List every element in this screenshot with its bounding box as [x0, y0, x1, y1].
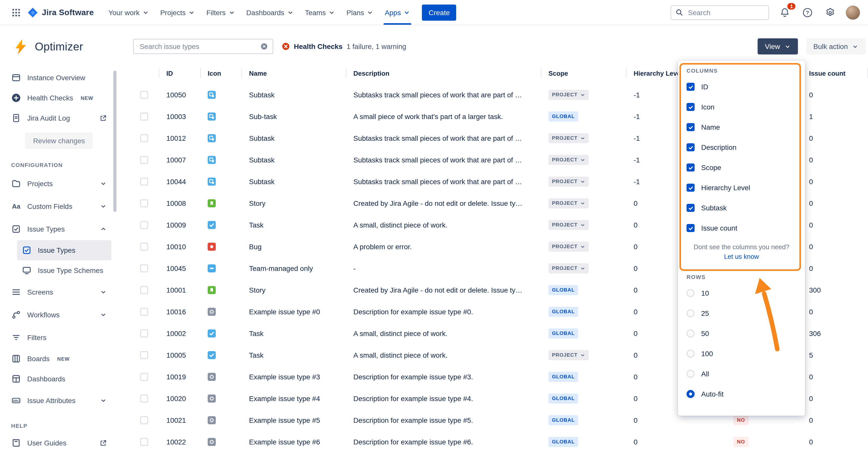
rows-option-auto-fit[interactable]: Auto-fit	[678, 384, 805, 404]
view-button[interactable]: View	[758, 38, 798, 55]
radio-unselected[interactable]	[686, 309, 694, 317]
bulk-action-button[interactable]: Bulk action	[806, 38, 866, 55]
radio-selected[interactable]	[686, 390, 694, 398]
nav-item-projects[interactable]: Projects	[155, 0, 201, 25]
row-checkbox[interactable]	[140, 286, 148, 294]
scope-project-badge[interactable]: PROJECT	[549, 220, 589, 230]
clear-search-icon[interactable]	[260, 43, 268, 50]
rows-option-25[interactable]: 25	[678, 303, 805, 323]
checkbox-checked[interactable]	[686, 123, 694, 131]
row-checkbox[interactable]	[140, 264, 148, 273]
row-checkbox[interactable]	[140, 134, 148, 142]
sidebar-item-boards[interactable]: BoardsNEW	[6, 348, 112, 369]
create-button[interactable]: Create	[422, 4, 456, 21]
cell-name: Team-managed only	[242, 264, 346, 272]
row-checkbox[interactable]	[140, 308, 148, 316]
row-checkbox[interactable]	[140, 199, 148, 207]
column-toggle-description[interactable]: Description	[678, 137, 805, 158]
checkbox-checked[interactable]	[686, 184, 694, 192]
column-toggle-id[interactable]: ID	[678, 77, 805, 97]
sidebar-item-screens[interactable]: Screens	[6, 281, 112, 303]
column-toggle-icon[interactable]: Icon	[678, 97, 805, 117]
sidebar-item-jira-audit-log[interactable]: Jira Audit Log	[6, 108, 112, 128]
sidebar-item-workflows[interactable]: Workflows	[6, 303, 112, 326]
user-avatar[interactable]	[846, 5, 860, 20]
rows-option-50[interactable]: 50	[678, 323, 805, 343]
scope-project-badge[interactable]: PROJECT	[549, 154, 589, 165]
health-checks-status[interactable]: Health Checks 1 failure, 1 warning	[282, 43, 406, 51]
row-checkbox[interactable]	[140, 351, 148, 359]
row-checkbox[interactable]	[140, 438, 148, 446]
row-checkbox[interactable]	[140, 330, 148, 338]
rows-option-10[interactable]: 10	[678, 283, 805, 303]
scope-project-badge[interactable]: PROJECT	[549, 350, 589, 360]
row-checkbox[interactable]	[140, 113, 148, 120]
column-toggle-name[interactable]: Name	[678, 117, 805, 137]
nav-item-dashboards[interactable]: Dashboards	[241, 0, 300, 25]
column-header-issue-count[interactable]: Issue count	[802, 64, 868, 82]
checkbox-checked[interactable]	[686, 103, 694, 111]
scope-project-badge[interactable]: PROJECT	[549, 263, 589, 273]
nav-item-filters[interactable]: Filters	[201, 0, 241, 25]
sidebar-item-issue-types[interactable]: Issue Types	[6, 218, 112, 240]
row-checkbox[interactable]	[140, 416, 148, 424]
sidebar-item-dashboards[interactable]: Dashboards	[6, 369, 112, 389]
checkbox-checked[interactable]	[686, 204, 694, 212]
sidebar-item-health-checks[interactable]: Health ChecksNEW	[6, 88, 112, 108]
scope-project-badge[interactable]: PROJECT	[549, 198, 589, 208]
sidebar-item-custom-fields[interactable]: AaCustom Fields	[6, 195, 112, 218]
help-button[interactable]: ?	[801, 5, 814, 20]
column-header-scope[interactable]: Scope	[541, 64, 626, 82]
nav-item-plans[interactable]: Plans	[341, 0, 379, 25]
global-search-input[interactable]	[687, 8, 764, 17]
radio-unselected[interactable]	[686, 349, 694, 358]
sidebar-item-issue-types[interactable]: Issue Types	[17, 240, 112, 260]
row-checkbox[interactable]	[140, 156, 148, 164]
scope-project-badge[interactable]: PROJECT	[549, 242, 589, 252]
row-checkbox[interactable]	[140, 221, 148, 229]
row-checkbox[interactable]	[140, 395, 148, 402]
sidebar-item-issue-type-schemes[interactable]: Issue Type Schemes	[17, 260, 112, 281]
column-toggle-issue-count[interactable]: Issue count	[678, 218, 805, 238]
checkbox-checked[interactable]	[686, 83, 694, 91]
scope-project-badge[interactable]: PROJECT	[549, 133, 589, 143]
column-toggle-scope[interactable]: Scope	[678, 158, 805, 177]
radio-unselected[interactable]	[686, 289, 694, 297]
nav-item-your-work[interactable]: Your work	[103, 0, 155, 25]
radio-unselected[interactable]	[686, 330, 694, 338]
radio-unselected[interactable]	[686, 370, 694, 378]
rows-option-all[interactable]: All	[678, 364, 805, 384]
column-header-id[interactable]: ID	[159, 64, 200, 82]
sidebar-item-projects[interactable]: Projects	[6, 172, 112, 195]
row-checkbox[interactable]	[140, 373, 148, 381]
sidebar-item-user-guides[interactable]: User Guides	[6, 433, 112, 451]
global-search[interactable]	[671, 5, 769, 20]
checkbox-checked[interactable]	[686, 224, 694, 232]
settings-button[interactable]	[823, 5, 837, 20]
notifications-button[interactable]: 1	[778, 5, 792, 20]
app-switcher-icon[interactable]	[8, 4, 24, 21]
column-header-name[interactable]: Name	[242, 64, 346, 82]
review-changes-button[interactable]: Review changes	[25, 133, 93, 149]
sidebar-scrollbar[interactable]	[114, 71, 117, 212]
row-checkbox[interactable]	[140, 243, 148, 251]
sidebar-item-instance-overview[interactable]: Instance Overview	[6, 67, 112, 88]
column-toggle-hierarchy-level[interactable]: Hierarchy Level	[678, 177, 805, 198]
nav-item-teams[interactable]: Teams	[300, 0, 341, 25]
issue-type-search[interactable]	[133, 39, 273, 54]
row-checkbox[interactable]	[140, 91, 148, 99]
checkbox-checked[interactable]	[686, 164, 694, 171]
rows-option-100[interactable]: 100	[678, 343, 805, 364]
scope-project-badge[interactable]: PROJECT	[549, 89, 589, 100]
let-us-know-link[interactable]: Let us know	[678, 253, 805, 260]
nav-item-apps[interactable]: Apps	[379, 0, 416, 25]
checkbox-checked[interactable]	[686, 143, 694, 151]
sidebar-item-issue-attributes[interactable]: ABCIssue Attributes	[6, 389, 112, 412]
sidebar-item-filters[interactable]: Filters	[6, 326, 112, 348]
column-header-icon[interactable]: Icon	[200, 64, 242, 82]
issue-type-search-input[interactable]	[138, 42, 256, 51]
row-checkbox[interactable]	[140, 177, 148, 186]
scope-project-badge[interactable]: PROJECT	[549, 176, 589, 187]
column-header-description[interactable]: Description	[346, 64, 541, 82]
column-toggle-subtask[interactable]: Subtask	[678, 198, 805, 218]
